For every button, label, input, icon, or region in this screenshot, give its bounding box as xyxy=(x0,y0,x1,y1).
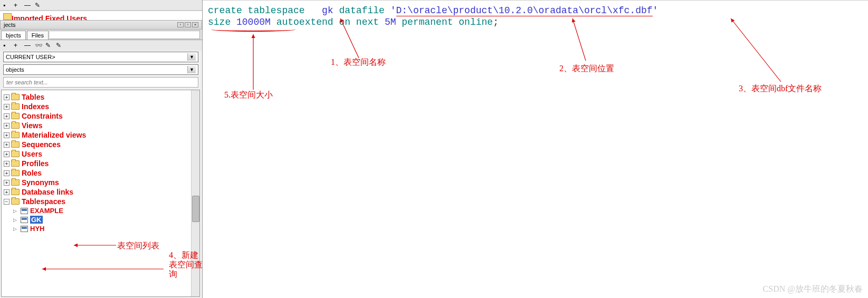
binoculars-icon[interactable]: 👓 xyxy=(35,42,42,49)
user-dropdown-value: CURRENT USER> xyxy=(6,54,55,60)
toolbar-btn-plus[interactable]: + xyxy=(14,2,21,9)
sidebar-tabs: bjects Files xyxy=(0,30,202,40)
sql-line-2: size 10000M autoextend on next 5M perman… xyxy=(208,16,863,28)
folder-icon xyxy=(11,151,20,157)
tree-item-tables[interactable]: +Tables xyxy=(3,92,198,102)
panel-title: jects xyxy=(4,22,16,28)
folder-icon xyxy=(11,198,20,205)
tree-item-sequences[interactable]: +Sequences xyxy=(3,140,198,149)
panel-dock-icon[interactable]: ▫ xyxy=(185,22,191,27)
folder-icon xyxy=(11,189,20,195)
tree-item-tablespaces[interactable]: −Tablespaces xyxy=(3,197,198,206)
tab-input[interactable] xyxy=(50,31,200,39)
tab-objects[interactable]: bjects xyxy=(1,31,26,40)
sql-line-1: create tablespace gk datafile 'D:\oracle… xyxy=(208,5,863,16)
folder-icon xyxy=(11,103,20,110)
tb2-btn-5[interactable]: ✎ xyxy=(45,42,53,49)
tree-item-profiles[interactable]: +Profiles xyxy=(3,159,198,168)
tb2-btn-minus[interactable]: — xyxy=(24,42,32,49)
tree-scrollbar[interactable] xyxy=(191,90,199,296)
user-dropdown[interactable]: CURRENT USER> ▼ xyxy=(3,52,198,62)
tree-item-users[interactable]: +Users xyxy=(3,149,198,159)
tree-item-roles[interactable]: +Roles xyxy=(3,168,198,178)
folder-icon xyxy=(11,113,20,119)
toolbar-btn-minus[interactable]: — xyxy=(24,2,32,9)
folder-icon xyxy=(11,160,20,167)
sql-editor[interactable]: create tablespace gk datafile 'D:\oracle… xyxy=(203,0,868,298)
tree-item-hyh[interactable]: ▷HYH xyxy=(3,224,198,233)
tree-item-constraints[interactable]: +Constraints xyxy=(3,111,198,121)
watermark: CSDN @放牛班的冬夏秋春 xyxy=(763,284,863,295)
tree-item-example[interactable]: ▷EXAMPLE xyxy=(3,206,198,215)
filter-dropdown[interactable]: objects ▼ xyxy=(3,64,198,75)
top-toolbar: ▪ + — ✎ xyxy=(0,0,202,11)
panel-close-icon[interactable]: × xyxy=(192,22,198,27)
tb2-btn-1[interactable]: ▪ xyxy=(3,42,11,49)
tablespace-icon xyxy=(21,226,28,232)
filter-dropdown-value: objects xyxy=(6,66,24,73)
chevron-down-icon: ▼ xyxy=(187,53,196,61)
panel-header: jects ▫ ▫ × xyxy=(0,20,202,30)
tree-item-indexes[interactable]: +Indexes xyxy=(3,102,198,111)
tab-files[interactable]: Files xyxy=(27,31,49,40)
chevron-down-icon: ▼ xyxy=(187,66,196,73)
toolbar-btn-4[interactable]: ✎ xyxy=(35,2,42,9)
toolbar-btn-1[interactable]: ▪ xyxy=(3,2,11,9)
tablespace-icon xyxy=(21,208,28,214)
tb2-btn-plus[interactable]: + xyxy=(14,42,21,49)
folder-icon xyxy=(11,132,20,138)
search-input[interactable] xyxy=(3,77,198,88)
tree-item-cutoff[interactable]: Imported Fixed Users xyxy=(0,11,202,20)
tb2-btn-6[interactable]: ✎ xyxy=(56,42,63,49)
tree-item-synonyms[interactable]: +Synonyms xyxy=(3,178,198,187)
tree-item-views[interactable]: +Views xyxy=(3,121,198,130)
folder-icon xyxy=(11,141,20,148)
objects-toolbar: ▪ + — 👓 ✎ ✎ xyxy=(0,40,202,51)
object-tree[interactable]: +Tables +Indexes +Constraints +Views +Ma… xyxy=(1,90,200,297)
tree-item-gk[interactable]: ▷GK xyxy=(3,215,198,224)
folder-icon xyxy=(11,179,20,186)
folder-icon xyxy=(11,94,20,100)
folder-icon xyxy=(11,170,20,176)
panel-pin-icon[interactable]: ▫ xyxy=(177,22,184,27)
tablespace-icon xyxy=(21,217,28,223)
sidebar-panel: ▪ + — ✎ Imported Fixed Users jects ▫ ▫ ×… xyxy=(0,0,203,298)
tree-item-matviews[interactable]: +Materialized views xyxy=(3,130,198,140)
tree-item-dblinks[interactable]: +Database links xyxy=(3,187,198,197)
folder-icon xyxy=(11,122,20,129)
